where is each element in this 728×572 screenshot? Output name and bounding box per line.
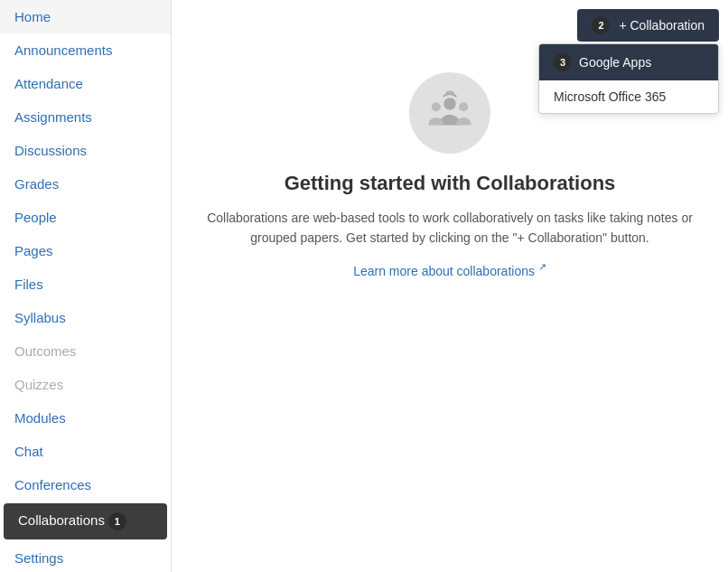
page-description: Collaborations are web-based tools to wo… [197,208,703,248]
dropdown-item-label-google-apps: Google Apps [579,55,651,70]
external-link-icon: ↗ [538,261,546,272]
learn-more-link[interactable]: Learn more about collaborations ↗ [353,261,546,278]
badge-2: 2 [592,16,610,34]
sidebar: HomeAnnouncementsAttendanceAssignmentsDi… [0,0,172,572]
sidebar-item-announcements[interactable]: Announcements [0,33,171,67]
add-collaboration-label: + Collaboration [619,18,705,33]
sidebar-item-people[interactable]: People [0,201,171,234]
learn-more-text: Learn more about collaborations [353,263,535,277]
collaboration-dropdown: 3Google AppsMicrosoft Office 365 [538,43,719,114]
svg-point-0 [443,98,456,110]
sidebar-item-files[interactable]: Files [0,267,171,301]
collaboration-icon [409,72,490,154]
page-title: Getting started with Collaborations [285,172,616,195]
sidebar-item-collaborations[interactable]: Collaborations1 [4,503,167,539]
sidebar-item-assignments[interactable]: Assignments [0,100,171,134]
svg-point-1 [432,102,441,111]
badge-1: 1 [108,512,126,530]
dropdown-item-microsoft[interactable]: Microsoft Office 365 [539,80,718,113]
sidebar-item-discussions[interactable]: Discussions [0,134,171,167]
main-content: 2 + Collaboration 3Google AppsMicrosoft … [172,0,728,572]
svg-point-2 [459,102,468,111]
sidebar-item-settings[interactable]: Settings [0,541,171,572]
sidebar-item-pages[interactable]: Pages [0,234,171,267]
dropdown-item-label-microsoft: Microsoft Office 365 [554,89,666,104]
sidebar-item-conferences[interactable]: Conferences [0,468,171,502]
sidebar-item-modules[interactable]: Modules [0,401,171,435]
dropdown-item-google-apps[interactable]: 3Google Apps [539,44,718,80]
sidebar-item-attendance[interactable]: Attendance [0,67,171,100]
people-icon [425,89,474,137]
badge-3: 3 [554,53,572,71]
add-collaboration-button[interactable]: 2 + Collaboration [577,9,719,42]
sidebar-item-quizzes: Quizzes [0,368,171,401]
sidebar-item-grades[interactable]: Grades [0,167,171,201]
top-bar: 2 + Collaboration 3Google AppsMicrosoft … [538,9,719,114]
sidebar-item-syllabus[interactable]: Syllabus [0,301,171,334]
sidebar-item-chat[interactable]: Chat [0,435,171,468]
sidebar-item-home[interactable]: Home [0,0,171,33]
sidebar-item-outcomes: Outcomes [0,334,171,368]
